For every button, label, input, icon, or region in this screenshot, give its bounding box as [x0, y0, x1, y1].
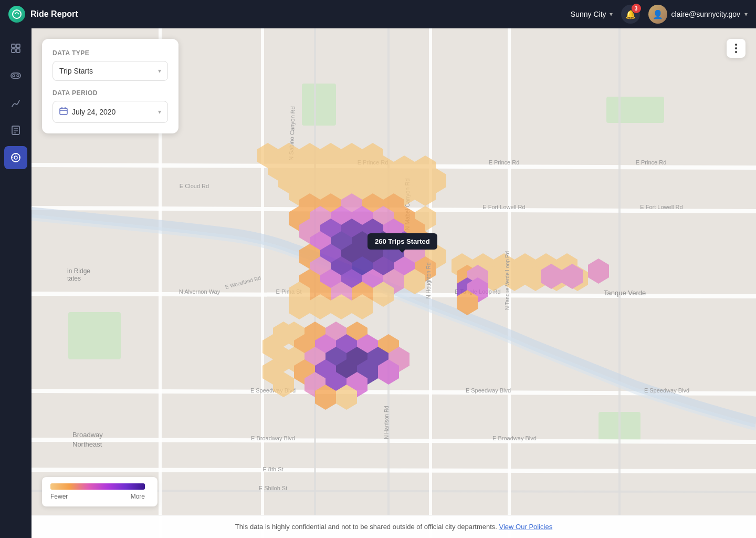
svg-rect-195	[60, 108, 67, 115]
user-email: claire@sunnycity.gov	[671, 10, 740, 18]
svg-text:N Tanque Verde Loop Rd: N Tanque Verde Loop Rd	[505, 251, 510, 310]
svg-point-13	[14, 156, 17, 159]
footer-bar: This data is highly confidential and not…	[32, 515, 756, 538]
svg-text:E Fort Lowell Rd: E Fort Lowell Rd	[482, 204, 525, 210]
svg-text:E Fort Lowell Rd: E Fort Lowell Rd	[640, 204, 682, 210]
svg-text:E Speedway Blvd: E Speedway Blvd	[466, 387, 511, 394]
svg-point-0	[13, 10, 21, 18]
notification-button[interactable]: 🔔 3	[621, 5, 640, 24]
notification-badge: 3	[632, 4, 641, 13]
controls-panel: Data Type Trip Starts ▾ Data Period	[42, 39, 178, 133]
header-left: Ride Report	[8, 6, 78, 23]
sidebar-item-analytics[interactable]	[4, 91, 27, 115]
svg-text:Broadway: Broadway	[72, 431, 103, 439]
sidebar-item-dashboard[interactable]	[4, 37, 27, 60]
main-content: N Mabel Canyon Rd N Sabino Canyon Rd E P…	[32, 28, 756, 538]
map-tooltip: 260 Trips Started	[368, 233, 437, 250]
date-chevron-icon: ▾	[158, 108, 161, 116]
svg-text:E Prince Rd: E Prince Rd	[636, 159, 667, 165]
app-title: Ride Report	[30, 9, 78, 19]
menu-dot-3	[735, 51, 737, 53]
svg-line-27	[32, 440, 756, 442]
tooltip-text: 260 Trips Started	[375, 237, 430, 245]
map-menu-button[interactable]	[727, 39, 746, 58]
svg-rect-20	[606, 97, 664, 123]
city-selector[interactable]: Sunny City ▾	[571, 10, 613, 18]
sidebar-item-trips[interactable]	[4, 64, 27, 87]
svg-text:N Houghton Rd: N Houghton Rd	[426, 263, 432, 299]
legend-labels: Fewer More	[50, 493, 145, 500]
svg-point-6	[13, 75, 15, 77]
map-container[interactable]: N Mabel Canyon Rd N Sabino Canyon Rd E P…	[32, 28, 756, 538]
sidebar	[0, 28, 32, 538]
svg-text:E Cloud Rd: E Cloud Rd	[180, 183, 209, 189]
menu-dot-2	[735, 47, 737, 49]
svg-rect-21	[68, 312, 121, 359]
svg-text:E 8th St: E 8th St	[262, 466, 283, 472]
data-period-label: Data Period	[52, 89, 168, 97]
legend-fewer-label: Fewer	[50, 493, 68, 500]
data-type-label: Data Type	[52, 49, 168, 57]
data-type-select[interactable]: Trip Starts ▾	[52, 61, 168, 81]
svg-text:tates: tates	[67, 275, 81, 282]
svg-line-28	[32, 470, 756, 471]
svg-text:E Speedway Blvd: E Speedway Blvd	[644, 387, 689, 394]
sidebar-item-map[interactable]	[4, 146, 27, 169]
svg-point-12	[12, 153, 20, 162]
svg-rect-2	[16, 44, 20, 48]
svg-rect-4	[16, 49, 20, 53]
svg-text:N Harrison Rd: N Harrison Rd	[384, 406, 390, 439]
svg-text:E Prince Rd: E Prince Rd	[489, 159, 520, 165]
menu-dot-1	[735, 44, 737, 46]
legend: Fewer More	[42, 477, 158, 506]
svg-text:E Shiloh St: E Shiloh St	[259, 485, 287, 491]
footer-policies-link[interactable]: View Our Policies	[499, 523, 553, 531]
date-select-left: July 24, 2020	[59, 107, 116, 117]
avatar: 👤	[648, 5, 667, 24]
svg-text:N Alvernon Way: N Alvernon Way	[179, 288, 220, 295]
header-right: Sunny City ▾ 🔔 3 👤 claire@sunnycity.gov …	[571, 5, 748, 24]
svg-point-7	[17, 75, 19, 77]
avatar-image: 👤	[648, 5, 667, 24]
app-logo	[8, 6, 25, 23]
footer-text: This data is highly confidential and not…	[235, 523, 497, 531]
legend-more-label: More	[131, 493, 145, 500]
data-type-value: Trip Starts	[59, 67, 93, 75]
user-info[interactable]: 👤 claire@sunnycity.gov ▾	[648, 5, 748, 24]
calendar-icon	[59, 107, 68, 117]
svg-text:Northeast: Northeast	[72, 440, 102, 448]
city-chevron-icon: ▾	[610, 11, 613, 18]
svg-text:E Broadway Blvd: E Broadway Blvd	[251, 435, 295, 441]
svg-rect-19	[302, 84, 336, 126]
svg-text:in Ridge: in Ridge	[67, 267, 90, 275]
svg-text:Tanque Verde: Tanque Verde	[604, 289, 646, 297]
user-chevron-icon: ▾	[744, 11, 748, 18]
svg-rect-3	[12, 49, 15, 53]
date-select[interactable]: July 24, 2020 ▾	[52, 101, 168, 123]
svg-text:E Broadway Blvd: E Broadway Blvd	[492, 435, 537, 441]
legend-color-bar	[50, 483, 145, 490]
date-value: July 24, 2020	[72, 108, 116, 116]
data-type-chevron-icon: ▾	[158, 67, 161, 75]
city-name: Sunny City	[571, 10, 606, 18]
svg-rect-1	[12, 44, 15, 48]
header: Ride Report Sunny City ▾ 🔔 3 👤 claire@su…	[0, 0, 756, 28]
sidebar-item-reports[interactable]	[4, 119, 27, 142]
